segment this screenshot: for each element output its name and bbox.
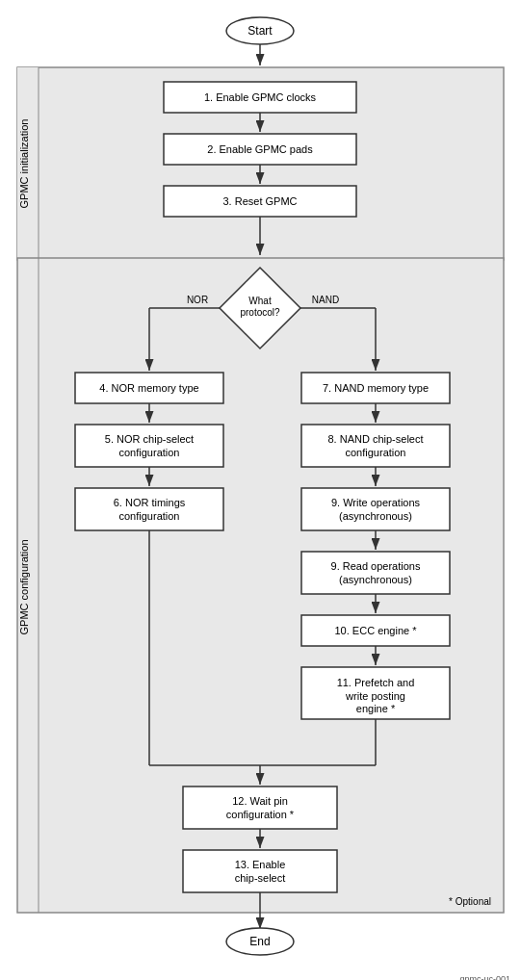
reference-label: gpmc-uc-001 (459, 974, 510, 980)
step8-text2: configuration (346, 447, 406, 458)
svg-rect-25 (75, 488, 223, 530)
step9a-text2: (asynchronous) (339, 510, 412, 522)
step13-text2: chip-select (235, 872, 286, 884)
svg-rect-32 (301, 488, 450, 530)
step12-text1: 12. Wait pin (232, 795, 288, 807)
nor-branch-label: NOR (187, 295, 208, 305)
svg-rect-34 (301, 552, 450, 594)
step1-label: 1. Enable GPMC clocks (204, 91, 317, 103)
step10-label: 10. ECC engine * (335, 625, 418, 636)
step9b-text2: (asynchronous) (339, 574, 412, 585)
step6-text2: configuration (119, 510, 180, 522)
svg-rect-44 (183, 850, 337, 892)
decision-text1: What (248, 296, 272, 306)
step9a-text1: 9. Write operations (331, 497, 421, 508)
step11-text2: write posting (345, 690, 405, 702)
step6-text1: 6. NOR timings (114, 497, 186, 508)
config-section-label: GPMC configuration (18, 539, 30, 634)
step12-text2: configuration * (226, 809, 295, 820)
svg-rect-30 (301, 425, 450, 467)
step3-label: 3. Reset GPMC (222, 195, 297, 207)
step9b-text1: 9. Read operations (331, 560, 421, 572)
svg-rect-23 (75, 425, 223, 467)
init-section-label: GPMC initialization (18, 119, 30, 209)
step5-text1: 5. NOR chip-select (105, 433, 194, 445)
nand-branch-label: NAND (312, 295, 339, 305)
step5-text2: configuration (119, 447, 180, 458)
step11-text3: engine * (356, 703, 396, 714)
end-label: End (249, 935, 270, 948)
step11-text1: 11. Prefetch and (337, 677, 415, 688)
step2-label: 2. Enable GPMC pads (207, 143, 313, 155)
svg-rect-42 (183, 787, 337, 829)
optional-note: * Optional (449, 896, 491, 907)
step8-text1: 8. NAND chip-select (327, 433, 423, 445)
step13-text1: 13. Enable (235, 859, 286, 870)
diagram-container: Start GPMC initialization 1. Enable GPMC… (0, 0, 521, 980)
step4-label: 4. NOR memory type (99, 382, 198, 394)
decision-text2: protocol? (240, 307, 280, 318)
start-label: Start (247, 24, 273, 38)
step7-label: 7. NAND memory type (323, 382, 429, 394)
